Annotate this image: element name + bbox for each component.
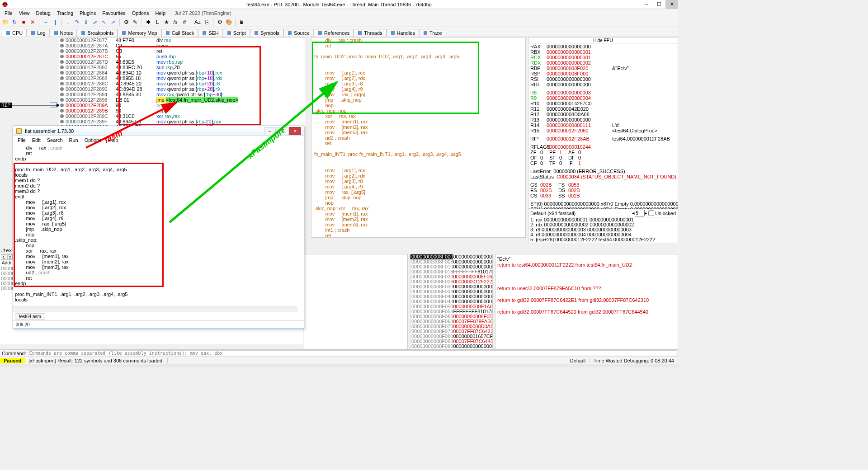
disassembly-panel[interactable]: 0000000012F287748:F7F0div rax0000000012F… bbox=[59, 37, 305, 127]
flags-row[interactable]: CF0TF0IF1 bbox=[528, 160, 678, 166]
disasm-row[interactable]: 0000000012F288848:8955 18mov qword ptr s… bbox=[59, 75, 305, 81]
fasm-menu-run[interactable]: Run bbox=[66, 137, 81, 143]
fasm-editor[interactable]: div rax ; crash retendpproc fn_main_UD2,… bbox=[13, 144, 304, 312]
stack-panel[interactable]: 00000000008F0000000000000000000000000000… bbox=[410, 254, 493, 349]
disasm-row[interactable]: 0000000012F28904C:894D 28mov qword ptr s… bbox=[59, 86, 305, 92]
call-arg-row[interactable]: 4: r9 0000000000000004 0000000000000004 bbox=[528, 232, 678, 237]
call-arg-row[interactable]: 1: rcx 0000000000000001 0000000000000001 bbox=[528, 217, 678, 222]
breakpoint-dot[interactable] bbox=[60, 66, 64, 69]
breakpoint-dot[interactable] bbox=[60, 49, 64, 53]
comments-icon[interactable]: ✱ bbox=[145, 19, 152, 26]
fasm-maximize-button[interactable]: ☐ bbox=[277, 127, 288, 135]
breakpoint-dot[interactable] bbox=[60, 103, 64, 107]
tab-script[interactable]: Script bbox=[223, 29, 250, 37]
fasm-menu-options[interactable]: Options bbox=[82, 137, 104, 143]
scylla-icon[interactable]: ⚙ bbox=[123, 19, 130, 26]
fasm-minimize-button[interactable]: ─ bbox=[264, 127, 276, 135]
hide-fpu-button[interactable]: Hide FPU bbox=[528, 38, 678, 44]
close-icon[interactable]: ✕ bbox=[29, 19, 36, 26]
disasm-row[interactable]: 0000000012F288448:894D 10mov qword ptr s… bbox=[59, 70, 305, 75]
register-row[interactable]: RBX0000000000000001 bbox=[528, 49, 678, 55]
registers-panel[interactable]: Hide FPU RAX0000000000000000RBX000000000… bbox=[528, 37, 678, 209]
dump-tab-1[interactable]: 1 bbox=[1, 254, 6, 260]
breakpoint-dot[interactable] bbox=[60, 82, 64, 85]
fasm-menu-file[interactable]: File bbox=[15, 137, 28, 143]
breakpoint-dot[interactable] bbox=[60, 93, 64, 96]
calculator-icon[interactable]: 🖩 bbox=[238, 19, 245, 26]
fpu-row[interactable]: ST(0) 00000000000000000000 x87r0 Empty 0… bbox=[528, 201, 678, 207]
disasm-row[interactable]: 0000000012F288C4C:8945 20mov qword ptr s… bbox=[59, 81, 305, 86]
appearance-icon[interactable]: 🎨 bbox=[225, 19, 232, 26]
register-row[interactable]: R140000000000000111L'd' bbox=[528, 122, 678, 128]
fasm-file-tab[interactable]: test64.asm bbox=[15, 313, 45, 320]
disasm-row[interactable]: 0000000012F287AC9leave bbox=[59, 43, 305, 48]
register-row[interactable]: RDX0000000000000002 bbox=[528, 60, 678, 66]
patches-icon[interactable]: ✎ bbox=[132, 19, 139, 26]
tab-call-stack[interactable]: Call Stack bbox=[161, 29, 198, 37]
window-maximize-button[interactable]: ☐ bbox=[653, 0, 665, 9]
breakpoint-dot[interactable] bbox=[60, 76, 64, 80]
register-row[interactable]: RIP0000000012F28ABtest64.0000000012F28AB bbox=[528, 136, 678, 141]
breakpoint-dot[interactable] bbox=[60, 98, 64, 102]
breakpoint-dot[interactable] bbox=[60, 60, 64, 64]
menu-help[interactable]: Help bbox=[152, 10, 168, 16]
register-row[interactable]: RSI0000000000000000 bbox=[528, 76, 678, 82]
disasm-row[interactable]: 0000000012F289C48:31C0xor rax,rax bbox=[59, 113, 305, 119]
menu-debug[interactable]: Debug bbox=[33, 10, 53, 16]
stepover-icon[interactable]: ↷ bbox=[73, 19, 80, 26]
register-row[interactable]: RSP00000000008F000 bbox=[528, 71, 678, 76]
breakpoint-dot[interactable] bbox=[60, 120, 64, 123]
disasm-row[interactable]: 0000000012F288048:83EC 20sub rsp,20 bbox=[59, 65, 305, 70]
breakpoint-dot[interactable] bbox=[60, 109, 64, 113]
call-arg-row[interactable]: 3: r8 0000000000000003 0000000000000003 bbox=[528, 227, 678, 232]
tab-handles[interactable]: Handles bbox=[387, 29, 419, 37]
tab-symbols[interactable]: Symbols bbox=[250, 29, 283, 37]
menu-file[interactable]: File bbox=[2, 10, 15, 16]
tab-threads[interactable]: Threads bbox=[354, 29, 386, 37]
stop-icon[interactable]: ■ bbox=[20, 19, 27, 26]
flags-row[interactable]: OF0SF0DF0 bbox=[528, 155, 678, 160]
breakpoint-dot[interactable] bbox=[60, 114, 64, 118]
tab-trace[interactable]: Trace bbox=[419, 29, 446, 37]
log-panel[interactable] bbox=[304, 254, 408, 349]
register-row[interactable]: R120000000008D0A88 bbox=[528, 112, 678, 117]
restart-icon[interactable]: ↻ bbox=[11, 19, 18, 26]
menu-plugins[interactable]: Plugins bbox=[77, 10, 99, 16]
disasm-row[interactable]: 0000000012F289B90nop bbox=[59, 108, 305, 113]
tab-memory-map[interactable]: Memory Map bbox=[118, 29, 161, 37]
run-icon[interactable]: → bbox=[42, 19, 49, 26]
dump-tab-2[interactable]: 2 bbox=[7, 254, 13, 260]
stepinto-icon[interactable]: ↓ bbox=[64, 19, 71, 26]
breakpoint-dot[interactable] bbox=[60, 71, 64, 75]
register-row[interactable]: R90000000000000004 bbox=[528, 95, 678, 101]
segment-row[interactable]: GS002BFS0053 bbox=[528, 182, 678, 188]
segment-row[interactable]: ES002BDS002B bbox=[528, 188, 678, 193]
comments-panel[interactable]: div rax ; crash retfn_main_UD2: proc fn_… bbox=[311, 37, 526, 238]
rflags-row[interactable]: RFLAGS0000000000010244 bbox=[528, 144, 678, 150]
command-input[interactable] bbox=[28, 350, 676, 356]
register-row[interactable]: RCX0000000000000001 bbox=[528, 55, 678, 60]
menu-favourites[interactable]: Favourites bbox=[99, 10, 128, 16]
menu-tracing[interactable]: Tracing bbox=[54, 10, 76, 16]
disasm-row[interactable]: 0000000012F287D48:89E5mov rbp,rsp bbox=[59, 59, 305, 65]
bookmarks-icon[interactable]: ★ bbox=[163, 19, 170, 26]
fasm-menu-search[interactable]: Search bbox=[44, 137, 66, 143]
register-row[interactable]: R130000000000000000 bbox=[528, 117, 678, 122]
disasm-row[interactable]: 0000000012F2898EB 01jmp <test64.fn_main_… bbox=[59, 97, 305, 103]
call-arg-row[interactable]: 2: rdx 0000000000000002 0000000000000002 bbox=[528, 222, 678, 227]
fasm-menu-help[interactable]: Help bbox=[105, 137, 121, 143]
register-row[interactable]: R1100000000042E020 bbox=[528, 106, 678, 112]
unlocked-checkbox[interactable] bbox=[648, 210, 654, 216]
fasm-menu-edit[interactable]: Edit bbox=[29, 137, 43, 143]
tab-cpu[interactable]: CPU bbox=[2, 29, 27, 37]
segment-row[interactable]: CS0033SS002B bbox=[528, 193, 678, 198]
menu-view[interactable]: View bbox=[16, 10, 33, 16]
fasm-window[interactable]: flat assembler 1.73.30 ─ ☐ ✕ File Edit S… bbox=[13, 126, 304, 329]
register-row[interactable]: RAX0000000000000000 bbox=[528, 44, 678, 49]
rtr-icon[interactable]: ↖ bbox=[100, 19, 108, 26]
register-row[interactable]: RDI0000000000000000 bbox=[528, 82, 678, 87]
tab-references[interactable]: References bbox=[314, 29, 354, 37]
argcount-spin-up[interactable]: ▸ bbox=[645, 210, 647, 216]
functions-icon[interactable]: fx bbox=[172, 19, 179, 26]
pause-icon[interactable]: || bbox=[51, 19, 58, 26]
